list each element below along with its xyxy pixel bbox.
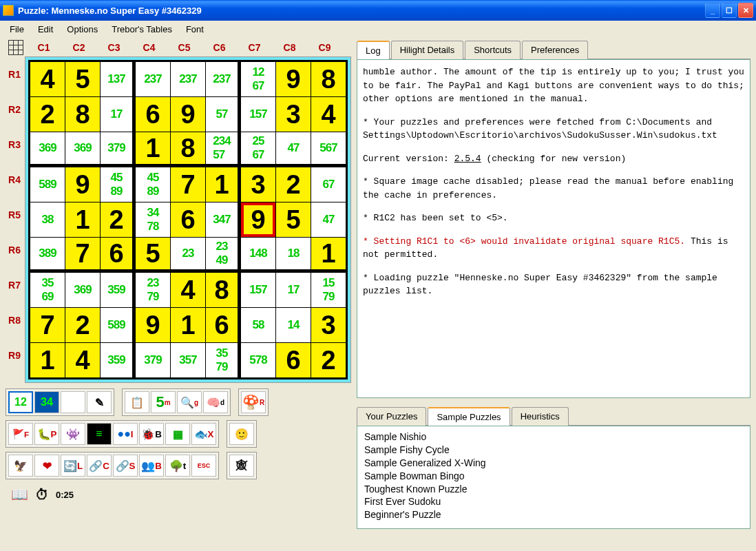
sudoku-cell[interactable]: 14	[276, 308, 311, 342]
sample-puzzles-list[interactable]: Sample Nishio Sample Fishy Cycle Sample …	[357, 426, 750, 529]
sudoku-cell[interactable]: 8	[311, 62, 346, 96]
tab-shortcuts[interactable]: Shortcuts	[465, 41, 521, 59]
sudoku-cell[interactable]: 58	[241, 308, 275, 342]
sudoku-cell[interactable]: 17	[276, 273, 311, 307]
sudoku-cell[interactable]: 6	[276, 343, 311, 377]
maximize-button[interactable]: ☐	[722, 3, 737, 18]
sudoku-cell[interactable]: 369	[30, 132, 65, 167]
sudoku-cell[interactable]: 8	[171, 132, 205, 167]
sudoku-cell[interactable]: 9	[171, 97, 205, 132]
sudoku-cell[interactable]: 148	[241, 238, 275, 272]
book-icon[interactable]: 📖	[11, 486, 28, 503]
list-item[interactable]: Sample Generalized X-Wing	[364, 457, 743, 470]
magnify-button[interactable]: 🔍g	[177, 391, 202, 413]
sudoku-cell[interactable]: 369	[65, 132, 100, 167]
sudoku-cell[interactable]: 47	[311, 202, 346, 237]
menu-font[interactable]: Font	[179, 22, 211, 37]
sudoku-cell[interactable]: 8	[65, 97, 100, 132]
sudoku-cell[interactable]: 1	[30, 343, 65, 377]
cycle-button[interactable]: 🔄L	[61, 455, 85, 477]
sudoku-cell[interactable]: 359	[101, 343, 135, 377]
fish-button[interactable]: 🐟X	[191, 423, 216, 445]
eraser-button[interactable]: ESC	[191, 455, 216, 477]
sudoku-cell[interactable]: 357	[171, 343, 205, 377]
sudoku-cell[interactable]: 379	[136, 343, 170, 377]
menu-options[interactable]: Options	[60, 22, 105, 37]
sudoku-cell[interactable]: 6	[136, 97, 170, 132]
sudoku-cell[interactable]: 6	[171, 202, 205, 237]
clock-icon[interactable]: ⏱	[35, 487, 49, 503]
sudoku-cell[interactable]: 4	[65, 343, 100, 377]
sudoku-cell[interactable]: 6	[206, 308, 240, 342]
sudoku-cell[interactable]: 1	[311, 238, 346, 272]
sudoku-cell[interactable]: 45 89	[136, 167, 170, 202]
sudoku-cell[interactable]: 1	[171, 308, 205, 342]
grid-icon[interactable]	[8, 40, 23, 55]
sudoku-cell[interactable]: 567	[311, 132, 346, 167]
sudoku-cell[interactable]: 47	[276, 132, 311, 167]
sudoku-cell[interactable]: 2	[30, 97, 65, 132]
squares-button[interactable]: ▦	[165, 423, 190, 445]
tab-heuristics[interactable]: Heuristics	[512, 407, 569, 426]
sudoku-cell[interactable]: 379	[101, 132, 135, 167]
sudoku-cell[interactable]: 5	[65, 62, 100, 96]
sudoku-cell[interactable]: 34 78	[136, 202, 170, 237]
sudoku-cell[interactable]: 5	[136, 238, 170, 272]
tab-hilight-details[interactable]: Hilight Details	[391, 41, 463, 59]
aliens-button[interactable]: 👾	[61, 423, 85, 445]
worm-button[interactable]: 🐛P	[34, 423, 59, 445]
sudoku-cell[interactable]: 23	[171, 238, 205, 272]
sudoku-cell[interactable]: 9	[65, 167, 100, 202]
sudoku-cell[interactable]: 589	[30, 167, 65, 202]
sudoku-cell[interactable]: 2	[101, 202, 135, 237]
sudoku-cell[interactable]: 589	[101, 308, 135, 342]
sudoku-cell[interactable]: 8	[206, 273, 240, 307]
tree-button[interactable]: 🌳t	[165, 455, 190, 477]
minimize-button[interactable]: _	[705, 3, 720, 18]
sudoku-cell[interactable]: 45 89	[101, 167, 135, 202]
sudoku-grid[interactable]: 4513723723723712 67982817695715734369369…	[28, 60, 348, 380]
sudoku-cell[interactable]: 1	[65, 202, 100, 237]
list-item[interactable]: First Ever Sudoku	[364, 495, 743, 508]
candidates-blue-button[interactable]: 34	[34, 391, 59, 413]
sudoku-cell[interactable]: 18	[276, 238, 311, 272]
sudoku-cell[interactable]: 67	[311, 167, 346, 202]
people-button[interactable]: 👥B	[139, 455, 164, 477]
tab-log[interactable]: Log	[357, 41, 390, 59]
mushroom-button[interactable]: 🍄R	[241, 391, 266, 413]
sudoku-cell[interactable]: 3	[311, 308, 346, 342]
list-item[interactable]: Beginner's Puzzle	[364, 508, 743, 521]
heart-button[interactable]: ❤	[34, 455, 59, 477]
sudoku-cell[interactable]: 1	[206, 167, 240, 202]
sudoku-cell[interactable]: 237	[206, 62, 240, 96]
brain-button[interactable]: 🧠d	[203, 391, 228, 413]
sudoku-cell[interactable]: 237	[171, 62, 205, 96]
checklist-button[interactable]: 📋	[125, 391, 149, 413]
sudoku-cell[interactable]: 2	[276, 167, 311, 202]
sudoku-cell[interactable]: 35 69	[30, 273, 65, 307]
sudoku-cell[interactable]: 2	[311, 343, 346, 377]
menu-edit[interactable]: Edit	[31, 22, 60, 37]
chain-button[interactable]: 🔗C	[87, 455, 112, 477]
flag-button[interactable]: 🚩F	[8, 423, 33, 445]
sudoku-cell[interactable]: 38	[30, 202, 65, 237]
sudoku-cell[interactable]: 3	[276, 97, 311, 132]
list-item[interactable]: Sample Bowman Bingo	[364, 470, 743, 483]
sudoku-cell[interactable]: 23 49	[206, 238, 240, 272]
sudoku-cell[interactable]: 25 67	[241, 132, 275, 167]
bars-button[interactable]: ≡	[87, 423, 112, 445]
candidates-white-button[interactable]: 12	[8, 391, 33, 413]
list-item[interactable]: Toughest Known Puzzle	[364, 483, 743, 496]
sudoku-cell[interactable]: 157	[241, 273, 275, 307]
tab-preferences[interactable]: Preferences	[522, 41, 588, 59]
sudoku-cell[interactable]: 137	[101, 62, 135, 96]
tab-your-puzzles[interactable]: Your Puzzles	[357, 407, 426, 426]
sudoku-cell[interactable]: 2	[65, 308, 100, 342]
chain2-button[interactable]: 🔗S	[113, 455, 138, 477]
close-button[interactable]: ✕	[738, 3, 753, 18]
pencils-button[interactable]: ✎	[87, 391, 112, 413]
sudoku-cell[interactable]: 9	[136, 308, 170, 342]
tab-sample-puzzles[interactable]: Sample Puzzles	[428, 407, 510, 426]
bug-button[interactable]: 🐞B	[139, 423, 164, 445]
sudoku-cell[interactable]: 9	[241, 202, 275, 237]
